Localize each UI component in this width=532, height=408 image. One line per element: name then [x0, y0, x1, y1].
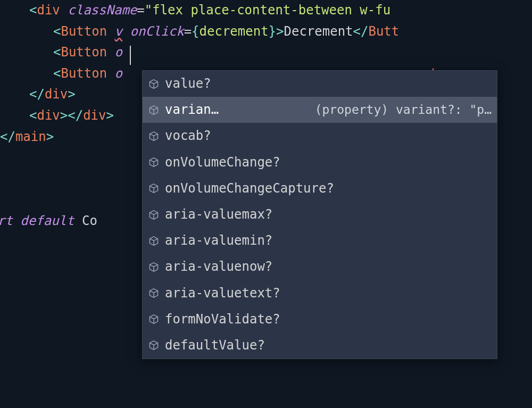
- autocomplete-item[interactable]: value?: [143, 71, 497, 97]
- code-line[interactable]: <Button o: [0, 42, 532, 63]
- token-tag-name: main: [15, 129, 46, 144]
- token-tag-name: Button: [61, 66, 107, 81]
- token-punct-br: >: [46, 129, 54, 144]
- autocomplete-label: aria-valuenow?: [165, 257, 272, 277]
- autocomplete-label: value?: [165, 74, 211, 94]
- autocomplete-item[interactable]: aria-valuemax?: [143, 202, 497, 228]
- field-icon: [148, 235, 160, 247]
- autocomplete-item[interactable]: aria-valuenow?: [143, 254, 497, 280]
- token-keyword: rt: [0, 213, 13, 228]
- autocomplete-label: onVolumeChangeCapture?: [165, 179, 334, 198]
- code-line[interactable]: <Button v onClick={decrement}>Decrement<…: [0, 21, 532, 43]
- token-attr-name: className: [60, 3, 137, 18]
- autocomplete-item[interactable]: defaultValue?: [143, 332, 497, 359]
- token-punct-br: <: [53, 24, 61, 39]
- token-method: decrement: [200, 24, 269, 39]
- field-icon: [148, 130, 160, 142]
- token-tag-name: div: [83, 108, 106, 123]
- autocomplete-label: defaultValue?: [165, 336, 265, 355]
- autocomplete-item[interactable]: vocab?: [143, 123, 497, 149]
- token-text-content: Decrement: [284, 24, 353, 39]
- autocomplete-label: aria-valuemax?: [165, 205, 272, 224]
- token-eq: =: [137, 3, 144, 18]
- token-punct-br: </: [353, 24, 369, 39]
- token-tag-name: div: [45, 87, 68, 102]
- token-brace: {: [192, 24, 199, 39]
- autocomplete-label: aria-valuemin?: [165, 231, 272, 251]
- token-punct-br: >: [276, 24, 284, 39]
- field-icon: [148, 156, 160, 168]
- field-icon: [148, 78, 160, 90]
- token-string: "flex place-content-between w-fu: [145, 3, 390, 18]
- field-icon: [148, 261, 160, 273]
- token-attr-name: o: [107, 66, 122, 81]
- token-punct: [107, 24, 114, 39]
- token-tag-name: div: [37, 3, 60, 18]
- code-line[interactable]: <div className="flex place-content-betwe…: [0, 0, 532, 21]
- token-eq: =: [184, 24, 192, 39]
- autocomplete-item[interactable]: onVolumeChange?: [143, 149, 497, 176]
- field-icon: [148, 339, 160, 351]
- field-icon: [148, 182, 160, 194]
- autocomplete-label: varian…: [165, 100, 219, 120]
- field-icon: [148, 313, 160, 325]
- field-icon: [148, 287, 160, 299]
- autocomplete-item[interactable]: aria-valuetext?: [143, 280, 497, 306]
- token-attr-name: v: [115, 24, 122, 39]
- field-icon: [148, 209, 160, 221]
- autocomplete-item[interactable]: aria-valuemin?: [143, 228, 497, 254]
- autocomplete-label: formNoValidate?: [165, 310, 280, 329]
- token-tag-name: div: [37, 108, 60, 123]
- text-cursor: [130, 46, 131, 65]
- field-icon: [148, 104, 160, 116]
- token-class-name: Co: [74, 213, 97, 228]
- token-tag-name: Butt: [368, 24, 399, 39]
- token-punct-br: <: [53, 45, 61, 60]
- token-tag-name: Button: [61, 45, 107, 60]
- autocomplete-item[interactable]: formNoValidate?: [143, 306, 497, 332]
- token-tag-name: Button: [61, 24, 107, 39]
- autocomplete-label: aria-valuetext?: [165, 284, 280, 303]
- token-punct-br: </: [29, 87, 45, 102]
- token-punct-br: >: [106, 108, 114, 123]
- token-punct-br: <: [53, 66, 61, 81]
- token-keyword: default: [13, 213, 74, 228]
- token-punct-br: >: [68, 87, 75, 102]
- token-attr-name: o: [107, 45, 122, 60]
- token-punct-br: ></: [60, 108, 83, 123]
- token-brace: }: [269, 24, 276, 39]
- autocomplete-label: onVolumeChange?: [165, 153, 280, 172]
- autocomplete-popup[interactable]: value? varian…(property) variant?: "p… v…: [142, 70, 497, 359]
- token-punct-br: <: [29, 3, 37, 18]
- autocomplete-item[interactable]: onVolumeChangeCapture?: [143, 176, 497, 202]
- autocomplete-label: vocab?: [165, 126, 211, 146]
- autocomplete-item[interactable]: varian…(property) variant?: "p…: [143, 97, 497, 123]
- autocomplete-detail: (property) variant?: "p…: [315, 101, 492, 120]
- token-punct-br: </: [0, 129, 15, 144]
- token-attr-name: onClick: [122, 24, 184, 39]
- token-punct-br: <: [29, 108, 37, 123]
